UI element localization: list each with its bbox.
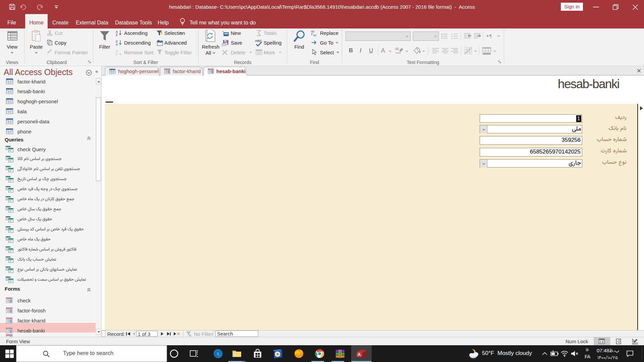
- svg-text:...: ...: [158, 43, 160, 45]
- svg-text:A: A: [358, 352, 361, 357]
- svg-text:ABC: ABC: [255, 39, 262, 43]
- svg-text:ab: ab: [311, 29, 315, 33]
- svg-text:A: A: [116, 50, 118, 53]
- svg-text:A: A: [116, 43, 118, 46]
- svg-text:¶: ¶: [489, 34, 492, 39]
- svg-text:3: 3: [451, 38, 452, 40]
- svg-text:1: 1: [451, 33, 452, 35]
- svg-text:2: 2: [451, 35, 452, 37]
- svg-text:ab: ab: [395, 47, 399, 51]
- svg-text:A: A: [116, 30, 118, 34]
- svg-text:ac: ac: [313, 33, 317, 37]
- svg-text:Z: Z: [116, 53, 118, 56]
- svg-text:Z: Z: [116, 33, 118, 36]
- svg-text:Z: Z: [116, 40, 118, 43]
